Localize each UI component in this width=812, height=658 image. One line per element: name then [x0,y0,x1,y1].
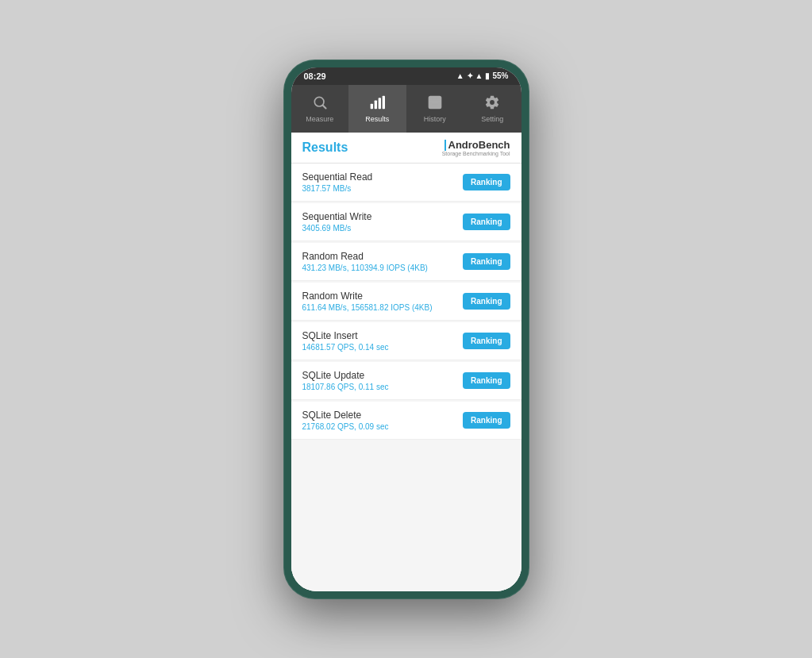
svg-rect-2 [371,103,373,109]
app-header: Results AndroBench Storage Benchmarking … [291,133,521,164]
logo-bar [444,140,446,151]
result-item-random-write: Random Write 611.64 MB/s, 156581.82 IOPS… [291,283,521,321]
app-content: Results AndroBench Storage Benchmarking … [291,133,521,591]
result-value: 431.23 MB/s, 110394.9 IOPS (4KB) [302,264,464,272]
result-name: SQLite Update [302,370,464,381]
result-name: Sequential Write [302,211,464,222]
result-value: 18107.86 QPS, 0.11 sec [302,383,464,391]
result-item-random-read: Random Read 431.23 MB/s, 110394.9 IOPS (… [291,243,521,281]
tab-setting-label: Setting [481,115,503,123]
result-info: Random Read 431.23 MB/s, 110394.9 IOPS (… [302,251,464,272]
result-item-sqlite-update: SQLite Update 18107.86 QPS, 0.11 sec Ran… [291,362,521,400]
svg-line-1 [323,105,326,108]
svg-rect-3 [375,100,377,109]
bluetooth-icon: ✦ [467,71,473,80]
ranking-button-sqlite-insert[interactable]: Ranking [463,333,510,349]
battery-icon: ▮ [485,71,490,80]
logo-name: AndroBench [444,139,510,152]
status-bar: 08:29 ▲ ✦ ▲ ▮ 55% [291,67,521,85]
svg-rect-5 [383,95,385,109]
result-name: SQLite Insert [302,330,464,341]
result-name: SQLite Delete [302,410,464,421]
history-icon [427,94,443,113]
tab-measure-label: Measure [306,115,333,123]
ranking-button-random-read[interactable]: Ranking [463,253,510,270]
result-info: SQLite Delete 21768.02 QPS, 0.09 sec [302,410,464,431]
phone-device: 08:29 ▲ ✦ ▲ ▮ 55% [283,60,529,599]
ranking-button-random-write[interactable]: Ranking [463,293,510,310]
svg-rect-4 [379,98,381,109]
ranking-button-sequential-read[interactable]: Ranking [463,174,510,190]
page-title: Results [302,140,348,155]
result-item-sequential-write: Sequential Write 3405.69 MB/s Ranking [291,203,521,241]
results-list: Sequential Read 3817.57 MB/s Ranking Seq… [291,164,521,591]
page-wrapper: 08:29 ▲ ✦ ▲ ▮ 55% [0,0,812,658]
phone-screen: 08:29 ▲ ✦ ▲ ▮ 55% [291,67,521,591]
status-icons: ▲ ✦ ▲ ▮ 55% [456,71,509,80]
tab-setting[interactable]: Setting [464,85,521,133]
nav-tabs: Measure Results [291,85,521,133]
result-name: Random Read [302,251,464,262]
result-name: Sequential Read [302,171,464,183]
result-info: Sequential Read 3817.57 MB/s [302,171,464,193]
result-name: Random Write [302,291,464,302]
result-value: 3405.69 MB/s [302,224,464,233]
measure-icon [312,94,328,113]
androbench-logo: AndroBench Storage Benchmarking Tool [442,139,510,157]
result-info: SQLite Update 18107.86 QPS, 0.11 sec [302,370,464,391]
result-item-sqlite-insert: SQLite Insert 14681.57 QPS, 0.14 sec Ran… [291,322,521,360]
results-icon [369,94,385,113]
tab-results[interactable]: Results [348,85,406,133]
ranking-button-sqlite-delete[interactable]: Ranking [463,412,510,429]
result-info: Sequential Write 3405.69 MB/s [302,211,464,233]
result-info: SQLite Insert 14681.57 QPS, 0.14 sec [302,330,464,352]
result-value: 611.64 MB/s, 156581.82 IOPS (4KB) [302,303,464,312]
result-item-sequential-read: Sequential Read 3817.57 MB/s Ranking [291,164,521,202]
tab-history[interactable]: History [406,85,464,133]
status-time: 08:29 [304,71,326,81]
logo-sub: Storage Benchmarking Tool [442,151,510,156]
ranking-button-sequential-write[interactable]: Ranking [463,214,510,230]
setting-icon [484,94,500,113]
result-info: Random Write 611.64 MB/s, 156581.82 IOPS… [302,291,464,312]
battery-percent: 55% [492,71,508,80]
wifi-icon: ▲ [475,71,483,80]
tab-results-label: Results [365,115,389,123]
result-item-sqlite-delete: SQLite Delete 21768.02 QPS, 0.09 sec Ran… [291,402,521,440]
result-value: 21768.02 QPS, 0.09 sec [302,422,464,431]
signal-icon: ▲ [456,71,464,80]
result-value: 14681.57 QPS, 0.14 sec [302,343,464,352]
ranking-button-sqlite-update[interactable]: Ranking [463,372,510,389]
tab-measure[interactable]: Measure [291,85,349,133]
tab-history-label: History [424,115,446,123]
result-value: 3817.57 MB/s [302,184,464,193]
